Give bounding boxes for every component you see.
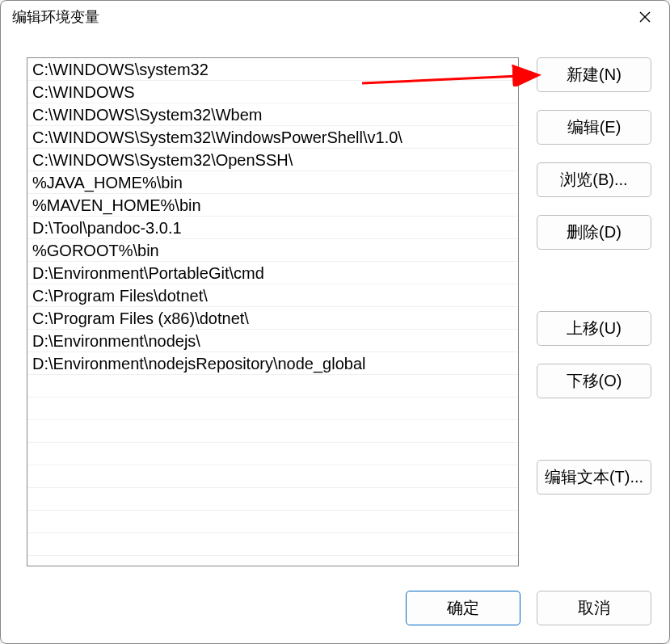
list-item[interactable]: %GOROOT%\bin [27, 239, 518, 262]
cancel-button[interactable]: 取消 [537, 591, 651, 625]
list-item[interactable]: C:\WINDOWS\system32 [27, 58, 518, 81]
list-item[interactable]: C:\WINDOWS\System32\OpenSSH\ [27, 149, 518, 171]
list-item[interactable] [27, 398, 518, 420]
list-item[interactable] [27, 465, 518, 488]
list-item[interactable]: C:\WINDOWS\System32\WindowsPowerShell\v1… [27, 126, 518, 149]
moveup-button[interactable]: 上移(U) [537, 311, 651, 346]
list-item[interactable]: C:\WINDOWS [27, 81, 518, 103]
delete-button[interactable]: 删除(D) [537, 215, 651, 250]
list-item[interactable]: C:\Program Files (x86)\dotnet\ [27, 307, 518, 330]
list-item[interactable] [27, 443, 518, 465]
side-buttons: 新建(N) 编辑(E) 浏览(B)... 删除(D) 上移(U) 下移(O) 编… [537, 57, 651, 575]
list-item[interactable]: D:\Tool\pandoc-3.0.1 [27, 217, 518, 239]
ok-button[interactable]: 确定 [406, 591, 520, 625]
browse-button[interactable]: 浏览(B)... [537, 162, 651, 197]
titlebar: 编辑环境变量 [1, 1, 669, 33]
movedown-button[interactable]: 下移(O) [537, 364, 651, 398]
list-item[interactable] [27, 375, 518, 398]
dialog-title: 编辑环境变量 [12, 7, 99, 27]
edittext-button[interactable]: 编辑文本(T)... [537, 460, 651, 495]
list-item[interactable] [27, 533, 518, 556]
close-icon[interactable] [632, 4, 658, 30]
edit-env-var-dialog: 编辑环境变量 C:\WINDOWS\system32C:\WINDOWSC:\W… [0, 0, 670, 644]
list-item[interactable] [27, 511, 518, 533]
list-item[interactable]: D:\Environment\nodejsRepository\node_glo… [27, 352, 518, 375]
dialog-footer: 确定 取消 [1, 583, 669, 643]
list-item[interactable]: %JAVA_HOME%\bin [27, 171, 518, 194]
new-button[interactable]: 新建(N) [537, 57, 651, 92]
list-item[interactable]: D:\Environment\PortableGit\cmd [27, 262, 518, 284]
list-item[interactable] [27, 488, 518, 511]
list-item[interactable]: C:\WINDOWS\System32\Wbem [27, 103, 518, 126]
list-item[interactable]: %MAVEN_HOME%\bin [27, 194, 518, 217]
path-listbox[interactable]: C:\WINDOWS\system32C:\WINDOWSC:\WINDOWS\… [27, 57, 519, 566]
list-item[interactable]: D:\Environment\nodejs\ [27, 330, 518, 352]
list-item[interactable]: C:\Program Files\dotnet\ [27, 284, 518, 307]
list-item[interactable] [27, 420, 518, 443]
dialog-content: C:\WINDOWS\system32C:\WINDOWSC:\WINDOWS\… [1, 33, 669, 583]
edit-button[interactable]: 编辑(E) [537, 110, 651, 145]
